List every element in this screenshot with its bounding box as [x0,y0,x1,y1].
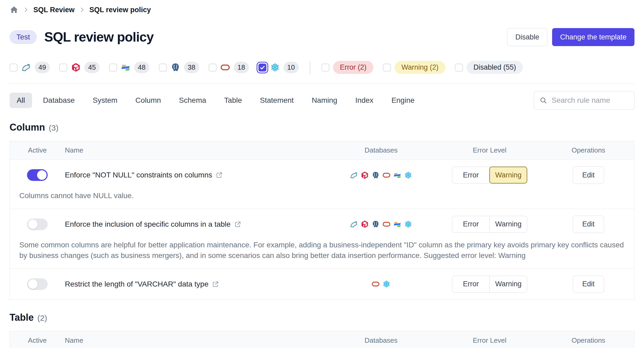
search-icon [539,96,547,104]
tab-schema[interactable]: Schema [172,93,213,108]
rule-item: Restrict the length of "VARCHAR" data ty… [10,269,634,300]
engine-filter: 48 [109,62,149,73]
active-toggle[interactable] [27,169,48,181]
level-filter: Disabled (55) [455,61,523,74]
oceanbase-icon [393,220,401,228]
column-header-name: Name [65,336,325,345]
mysql-icon [21,63,31,72]
postgres-icon [171,63,180,72]
engine-checkbox[interactable] [258,64,266,72]
rule-row: Enforce "NOT NULL" constraints on column… [10,160,634,190]
error-level-error-button[interactable]: Error [452,276,490,293]
column-header-operations: Operations [543,336,634,345]
column-header-active: Active [10,336,65,345]
engine-filter: 10 [258,62,299,73]
rule-databases [325,220,437,228]
level-checkbox[interactable] [455,64,463,72]
engine-checkbox[interactable] [159,64,167,72]
chevron-right-icon [79,7,85,13]
toggle-knob [28,220,38,229]
breadcrumb: SQL Review SQL review policy [10,5,634,14]
engine-checkbox[interactable] [209,64,217,72]
error-level-group: Error Warning [452,276,527,293]
snowflake-icon [404,171,412,179]
rule-count-badge: 18 [234,62,249,73]
rule-count-badge: 45 [84,62,100,73]
rule-count-badge: 10 [284,62,299,73]
oceanbase-icon [121,63,131,72]
tidb-icon [71,63,81,72]
tab-naming[interactable]: Naming [305,93,344,108]
engine-filters: 49 45 48 38 18 10 [10,62,299,73]
edit-button[interactable]: Edit [573,166,604,184]
rule-name: Restrict the length of "VARCHAR" data ty… [65,280,208,288]
engine-filter: 49 [10,62,50,73]
warning-filter-pill: Warning (2) [395,61,445,74]
rule-table: Active Name Databases Error Level Operat… [10,331,634,348]
level-checkbox[interactable] [383,64,391,72]
tab-column[interactable]: Column [128,93,168,108]
mysql-icon [350,220,358,228]
rule-count-badge: 48 [134,62,149,73]
error-level-warning-button[interactable]: Warning [489,167,527,184]
tab-database[interactable]: Database [36,93,82,108]
active-toggle[interactable] [27,278,48,290]
snowflake-icon [382,280,391,288]
rule-name: Enforce "NOT NULL" constraints on column… [65,171,212,179]
engine-checkbox[interactable] [59,64,67,72]
error-level-error-button[interactable]: Error [452,167,490,184]
edit-button[interactable]: Edit [573,216,604,233]
external-link-icon[interactable] [212,281,219,288]
tidb-icon [361,171,369,179]
home-icon[interactable] [10,5,19,14]
error-level-warning-button[interactable]: Warning [489,276,527,293]
column-header-operations: Operations [543,146,634,154]
active-toggle[interactable] [27,218,48,230]
toggle-knob [37,170,47,180]
external-link-icon[interactable] [216,172,223,179]
section-count: (2) [37,314,47,323]
table-header-row: Active Name Databases Error Level Operat… [10,331,634,348]
oracle-icon [382,220,391,228]
search-input[interactable] [551,96,629,105]
snowflake-icon [270,63,280,72]
error-level-error-button[interactable]: Error [452,216,490,233]
engine-filter: 38 [159,62,199,73]
oracle-icon [220,63,230,72]
rule-item: Enforce "NOT NULL" constraints on column… [10,160,634,209]
tab-engine[interactable]: Engine [384,93,422,108]
error-level-group: Error Warning [452,216,527,233]
search-box [534,91,634,110]
rule-databases [325,280,437,288]
table-header-row: Active Name Databases Error Level Operat… [10,141,634,160]
column-header-active: Active [10,146,65,154]
page-title: SQL review policy [44,29,154,45]
tab-statement[interactable]: Statement [253,93,301,108]
column-header-error-level: Error Level [437,146,543,154]
change-template-button[interactable]: Change the template [552,28,634,46]
engine-filter: 45 [59,62,100,73]
tab-system[interactable]: System [86,93,124,108]
tab-all[interactable]: All [10,93,32,108]
engine-checkbox[interactable] [10,64,17,72]
environment-badge: Test [10,30,37,44]
rule-name: Enforce the inclusion of specific column… [65,220,231,229]
column-header-name: Name [65,146,325,154]
level-checkbox[interactable] [321,64,329,72]
rule-row: Restrict the length of "VARCHAR" data ty… [10,269,634,300]
rule-databases [325,171,437,179]
error-level-group: Error Warning [452,167,527,184]
tab-index[interactable]: Index [348,93,381,108]
rule-description: Some common columns are helpful for bett… [10,240,634,269]
disabled-filter-pill: Disabled (55) [467,61,523,74]
breadcrumb-sql-review[interactable]: SQL Review [33,6,75,14]
external-link-icon[interactable] [234,221,241,228]
tidb-icon [361,220,369,228]
engine-checkbox[interactable] [109,64,117,72]
error-level-warning-button[interactable]: Warning [489,216,527,233]
tab-table[interactable]: Table [217,93,249,108]
disable-button[interactable]: Disable [507,28,547,46]
rule-count-badge: 38 [184,62,199,73]
rule-sections: Column (3) Active Name Databases Error L… [10,122,634,348]
edit-button[interactable]: Edit [573,275,604,293]
